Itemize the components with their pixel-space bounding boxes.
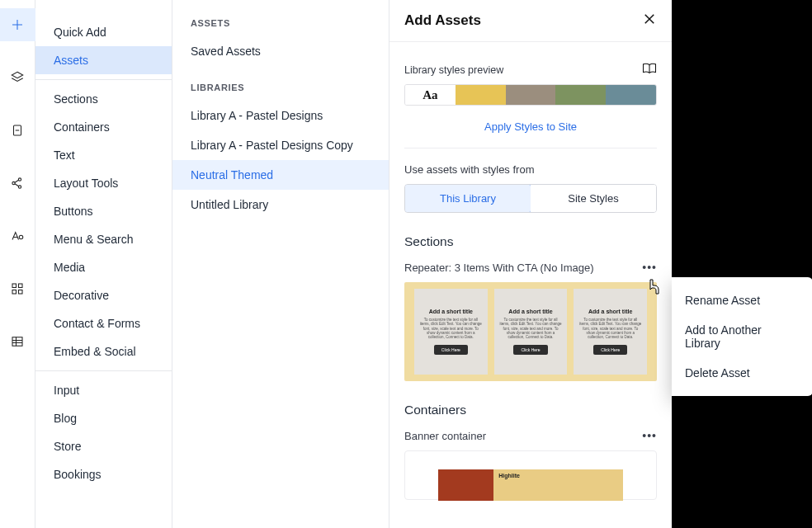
svg-rect-8 (19, 290, 23, 295)
asset-more-button[interactable]: ••• (642, 261, 657, 274)
preview-card: Add a short title To customize the text … (414, 289, 488, 375)
divider (35, 370, 172, 371)
style-swatches: Aa (404, 84, 657, 106)
svg-rect-9 (12, 337, 22, 346)
sidebar-decorative[interactable]: Decorative (35, 281, 172, 309)
preview-card: Add a short title To customize the text … (494, 289, 568, 375)
preview-card-body: To customize the text style for all item… (419, 318, 483, 340)
divider (35, 79, 172, 80)
preview-card-body: To customize the text style for all item… (499, 318, 563, 340)
typography-icon (10, 229, 25, 243)
saved-assets[interactable]: Saved Assets (191, 36, 371, 66)
sidebar-menu-search[interactable]: Menu & Search (35, 225, 172, 253)
svg-rect-5 (12, 284, 17, 288)
sidebar-layout-tools[interactable]: Layout Tools (35, 169, 172, 197)
preview-card-body: To customize the text style for all item… (578, 318, 642, 340)
asset-preview-banner[interactable]: Highlite (404, 450, 657, 500)
preview-card-title: Add a short title (508, 309, 552, 315)
library-info-button[interactable] (642, 62, 657, 78)
book-icon (642, 62, 657, 75)
toggle-this-library[interactable]: This Library (404, 184, 531, 213)
banner-preview-brand: Highlite (493, 469, 623, 501)
asset-preview-repeater[interactable]: Add a short title To customize the text … (404, 282, 657, 381)
panel-title: Add Assets (404, 12, 481, 29)
sections-heading: Sections (404, 234, 657, 249)
canvas-area: Rename Asset Add to Another Library Dele… (672, 0, 812, 528)
tool-apps[interactable] (0, 272, 35, 305)
use-styles-label: Use assets with styles from (404, 163, 657, 176)
swatch-color (456, 85, 506, 105)
asset-name: Banner container (404, 430, 486, 442)
tool-share[interactable] (0, 167, 35, 200)
divider (404, 148, 657, 148)
sidebar-sections[interactable]: Sections (35, 85, 172, 113)
svg-point-3 (18, 186, 21, 188)
preview-card-title: Add a short title (429, 309, 473, 315)
sidebar-store[interactable]: Store (35, 432, 172, 460)
page-icon (10, 123, 25, 138)
close-icon (642, 12, 657, 26)
toggle-site-styles[interactable]: Site Styles (531, 185, 656, 212)
styles-preview-label: Library styles preview (404, 64, 503, 76)
swatch-color (506, 85, 556, 105)
sidebar-quick-add[interactable]: Quick Add (35, 18, 172, 46)
assets-heading: ASSETS (191, 18, 371, 28)
layers-icon (10, 70, 25, 85)
preview-card-button: Click Here (434, 345, 468, 355)
tool-plus[interactable] (0, 8, 35, 41)
tool-rail (0, 0, 35, 528)
sidebar-media[interactable]: Media (35, 253, 172, 281)
add-assets-panel: Add Assets Library styles preview Aa App… (389, 0, 672, 528)
sidebar-blog[interactable]: Blog (35, 404, 172, 432)
swatch-color (555, 85, 606, 105)
library-item[interactable]: Untitled Library (191, 190, 371, 219)
svg-point-1 (12, 182, 15, 184)
asset-more-button[interactable]: ••• (642, 429, 657, 442)
swatch-color (606, 85, 656, 105)
sidebar-containers[interactable]: Containers (35, 113, 172, 141)
library-item[interactable]: Library A - Pastel Designs Copy (191, 130, 371, 160)
style-source-toggle: This Library Site Styles (404, 184, 657, 213)
libraries-heading: LIBRARIES (191, 82, 371, 92)
sidebar-embed-social[interactable]: Embed & Social (35, 337, 172, 365)
apply-styles-link[interactable]: Apply Styles to Site (404, 120, 657, 133)
plus-icon (10, 17, 25, 32)
sidebar-assets[interactable]: Assets (35, 46, 172, 74)
tool-typography[interactable] (0, 219, 35, 252)
asset-name: Repeater: 3 Items With CTA (No Image) (404, 262, 594, 274)
tool-layers[interactable] (0, 61, 35, 94)
svg-point-4 (19, 235, 23, 239)
share-nodes-icon (10, 176, 25, 191)
preview-card-button: Click Here (513, 345, 547, 355)
library-item-active[interactable]: Neutral Themed (172, 160, 389, 190)
table-icon (10, 334, 25, 349)
add-category-sidebar: Quick Add Assets Sections Containers Tex… (35, 0, 172, 528)
preview-card-button: Click Here (593, 345, 627, 355)
banner-preview-image (438, 469, 493, 501)
menu-rename-asset[interactable]: Rename Asset (672, 285, 812, 315)
svg-point-2 (18, 178, 21, 181)
menu-delete-asset[interactable]: Delete Asset (672, 358, 812, 388)
library-item[interactable]: Library A - Pastel Designs (191, 101, 371, 130)
grid-icon (10, 281, 25, 296)
close-button[interactable] (642, 12, 657, 30)
svg-rect-6 (19, 284, 23, 288)
asset-context-menu: Rename Asset Add to Another Library Dele… (672, 277, 812, 396)
preview-card: Add a short title To customize the text … (574, 289, 647, 375)
library-list-column: ASSETS Saved Assets LIBRARIES Library A … (172, 0, 389, 528)
svg-rect-7 (12, 290, 17, 295)
sidebar-text[interactable]: Text (35, 141, 172, 169)
preview-card-title: Add a short title (588, 309, 632, 315)
swatch-typography: Aa (405, 85, 456, 105)
sidebar-buttons[interactable]: Buttons (35, 197, 172, 225)
sidebar-contact-forms[interactable]: Contact & Forms (35, 309, 172, 337)
sidebar-input[interactable]: Input (35, 376, 172, 404)
containers-heading: Containers (404, 403, 657, 417)
tool-data[interactable] (0, 325, 35, 358)
sidebar-bookings[interactable]: Bookings (35, 460, 172, 488)
tool-pages[interactable] (0, 114, 35, 147)
menu-add-to-library[interactable]: Add to Another Library (672, 315, 812, 358)
